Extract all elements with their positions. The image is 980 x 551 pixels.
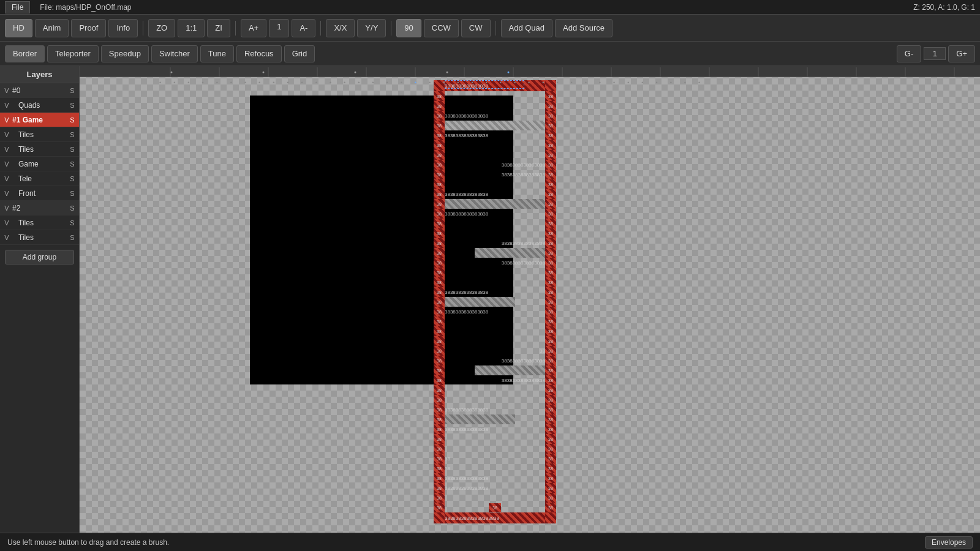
svg-point-21 [447, 72, 448, 73]
rotate-ccw-button[interactable]: CCW [424, 19, 459, 37]
svg-point-22 [508, 72, 510, 73]
tune-button[interactable]: Tune [200, 45, 234, 62]
layer-name-quads: Quads [11, 101, 68, 110]
svg-point-19 [263, 72, 265, 73]
teleporter-button[interactable]: Teleporter [47, 45, 99, 62]
ruler-dots: • • • • • • • • • • • • • • • • • • • • [159, 78, 980, 87]
alpha-minus-button[interactable]: A- [292, 19, 315, 37]
file-menu-button[interactable]: File [5, 1, 30, 13]
layer-s-t3: S [68, 219, 77, 227]
title-bar: File File: maps/HDP_OnOff.map Z: 250, A:… [0, 0, 980, 15]
zoom-status: Z: 250, A: 1.0, G: 1 [913, 3, 975, 12]
layer-v-t4: V [2, 234, 11, 241]
flip-x-button[interactable]: X/X [326, 19, 355, 37]
add-source-button[interactable]: Add Source [555, 19, 612, 37]
layer-tiles-1[interactable]: V Tiles S [0, 127, 79, 142]
switcher-button[interactable]: Switcher [151, 45, 198, 62]
layer-v-tele: V [2, 175, 11, 182]
layer-s-game: S [68, 160, 77, 168]
layer-name-t2: Tiles [11, 145, 68, 154]
layer-v-2: V [2, 204, 11, 212]
layer-tiles-3[interactable]: V Tiles S [0, 216, 79, 230]
hd-button[interactable]: HD [5, 19, 32, 37]
layer-s-t4: S [68, 234, 77, 241]
add-quad-button[interactable]: Add Quad [501, 19, 553, 37]
layer-group-2[interactable]: V #2 S [0, 201, 79, 216]
file-path: File: maps/HDP_OnOff.map [40, 3, 913, 12]
layer-name-0: #0 [11, 86, 68, 95]
layer-s-2: S [68, 204, 77, 212]
layer-v-game: V [2, 160, 11, 168]
layer-s-quads: S [68, 102, 77, 109]
map-content: 3838383838383838 38 38 38 38 [80, 77, 980, 533]
alpha-value: 1 [269, 19, 289, 37]
info-button[interactable]: Info [108, 19, 138, 37]
proof-button[interactable]: Proof [71, 19, 106, 37]
status-message: Use left mouse button to drag and create… [7, 538, 169, 547]
svg-rect-0 [80, 66, 980, 77]
separator-1 [143, 21, 143, 36]
grid-value: 1 [924, 47, 946, 60]
refocus-button[interactable]: Refocus [236, 45, 282, 62]
status-bar: Use left mouse button to drag and create… [0, 533, 980, 551]
canvas-area[interactable]: // Ruler marks would go here [80, 66, 980, 533]
rotate-cw-button[interactable]: CW [461, 19, 491, 37]
layer-s-t1: S [68, 131, 77, 138]
ruler-top: // Ruler marks would go here [80, 66, 980, 77]
layer-v-front: V [2, 190, 11, 197]
zoom-1to1-button[interactable]: 1:1 [178, 19, 205, 37]
layer-group-0[interactable]: V #0 S [0, 83, 79, 98]
border-button[interactable]: Border [5, 45, 45, 62]
layer-tiles-4[interactable]: V Tiles S [0, 230, 79, 245]
layer-quads[interactable]: V Quads S [0, 98, 79, 113]
separator-4 [391, 21, 391, 36]
flip-y-button[interactable]: Y/Y [357, 19, 386, 37]
sub-toolbar: Border Teleporter Speedup Switcher Tune … [0, 42, 980, 66]
layer-name-2: #2 [11, 204, 68, 212]
add-group-button[interactable]: Add group [5, 250, 74, 264]
layer-s-0: S [68, 87, 77, 94]
layer-v-t3: V [2, 219, 11, 227]
layer-v-0: V [2, 87, 11, 94]
svg-point-18 [171, 72, 173, 73]
layer-s-1: S [68, 116, 77, 124]
envelopes-button[interactable]: Envelopes [925, 536, 973, 549]
layer-tiles-2[interactable]: V Tiles S [0, 142, 79, 157]
grid-button[interactable]: Grid [284, 45, 315, 62]
zoom-out-button[interactable]: ZO [148, 19, 175, 37]
layer-v-quads: V [2, 102, 11, 109]
map-structure: 3838383838383838 38 38 38 38 [434, 80, 556, 523]
svg-point-20 [355, 72, 356, 73]
zoom-in-button[interactable]: ZI [207, 19, 230, 37]
layer-name-game: Game [11, 160, 68, 168]
speedup-button[interactable]: Speedup [101, 45, 149, 62]
layer-front[interactable]: V Front S [0, 186, 79, 201]
layer-v-t2: V [2, 146, 11, 153]
separator-5 [496, 21, 496, 36]
separator-3 [320, 21, 321, 36]
sidebar: Layers V #0 S V Quads S V #1 Game S V Ti… [0, 66, 80, 533]
main-toolbar: HD Anim Proof Info ZO 1:1 ZI A+ 1 A- X/X… [0, 15, 980, 42]
layer-s-front: S [68, 190, 77, 197]
layer-game[interactable]: V Game S [0, 157, 79, 171]
layer-name-t4: Tiles [11, 233, 68, 242]
layer-s-t2: S [68, 146, 77, 153]
layer-name-1: #1 Game [11, 116, 68, 124]
layer-name-front: Front [11, 189, 68, 198]
rotation-value-button[interactable]: 90 [396, 19, 421, 37]
anim-button[interactable]: Anim [35, 19, 69, 37]
alpha-plus-button[interactable]: A+ [241, 19, 266, 37]
layer-tele[interactable]: V Tele S [0, 171, 79, 186]
grid-control: G- 1 G+ [897, 45, 975, 62]
layer-v-t1: V [2, 131, 11, 138]
layer-group-1[interactable]: V #1 Game S [0, 113, 79, 127]
main-content: Layers V #0 S V Quads S V #1 Game S V Ti… [0, 66, 980, 533]
separator-2 [235, 21, 236, 36]
layer-name-t1: Tiles [11, 130, 68, 139]
layer-v-1: V [2, 116, 11, 124]
layers-header: Layers [0, 66, 79, 83]
layer-name-tele: Tele [11, 174, 68, 183]
layer-s-tele: S [68, 175, 77, 182]
grid-plus-button[interactable]: G+ [948, 45, 975, 62]
grid-minus-button[interactable]: G- [897, 45, 921, 62]
